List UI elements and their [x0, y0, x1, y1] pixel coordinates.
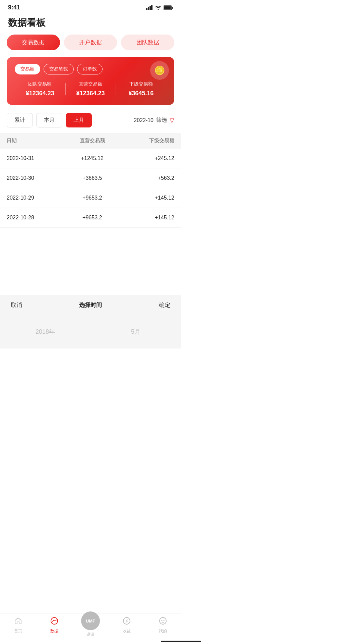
metric-sub-label: 下级交易额: [116, 81, 166, 87]
page-title: 数据看板: [0, 14, 181, 35]
row-1-direct: +3663.5: [63, 168, 122, 188]
card-sub-tab-amount[interactable]: 交易额: [15, 64, 40, 74]
status-bar: 9:41: [0, 0, 181, 14]
time-picker-year[interactable]: 2018年: [0, 315, 90, 348]
metric-direct: 直营交易额 ¥12364.23: [65, 81, 116, 97]
period-selector: 累计 本月 上月 2022-10 筛选 ▽: [0, 113, 181, 133]
status-icons: [146, 5, 173, 10]
svg-rect-2: [149, 6, 151, 10]
metric-sub-value: ¥3645.16: [116, 90, 166, 97]
metric-team-label: 团队交易额: [15, 81, 65, 87]
col-header-date: 日期: [0, 133, 63, 149]
metric-direct-value: ¥12364.23: [65, 90, 116, 97]
table-row: 2022-10-31 +1245.12 +245.12: [0, 149, 181, 168]
svg-rect-1: [148, 7, 149, 10]
row-0-direct: +1245.12: [63, 149, 122, 168]
row-0-sub: +245.12: [122, 149, 181, 168]
row-0-date: 2022-10-31: [0, 149, 63, 168]
filter-label: 筛选: [156, 117, 167, 124]
tab-account[interactable]: 开户数据: [64, 35, 117, 50]
top-tabs: 交易数据 开户数据 团队数据: [0, 35, 181, 57]
svg-rect-6: [164, 6, 171, 9]
svg-rect-0: [146, 8, 147, 10]
metric-team-value: ¥12364.23: [15, 90, 65, 97]
period-cumulative[interactable]: 累计: [7, 113, 33, 127]
col-header-direct: 直营交易额: [63, 133, 122, 149]
row-1-date: 2022-10-30: [0, 168, 63, 188]
metric-direct-label: 直营交易额: [65, 81, 116, 87]
table-body: 2022-10-31 +1245.12 +245.12 2022-10-30 +…: [0, 149, 181, 228]
col-header-sub: 下级交易额: [122, 133, 181, 149]
time-picker-body: 2018年 5月: [0, 315, 181, 348]
time-picker-title: 选择时间: [79, 301, 102, 309]
summary-card: 🪙 交易额 交易笔数 订单数 团队交易额 ¥12364.23 直营交易额 ¥12…: [7, 57, 174, 105]
row-3-sub: +145.12: [122, 208, 181, 228]
card-sub-tab-count[interactable]: 交易笔数: [44, 64, 74, 74]
svg-rect-5: [172, 7, 173, 9]
row-3-direct: +9653.2: [63, 208, 122, 228]
filter-icon: ▽: [170, 117, 174, 124]
period-date-label: 2022-10: [134, 117, 154, 123]
status-time: 9:41: [8, 4, 20, 11]
table-header: 日期 直营交易额 下级交易额: [0, 133, 181, 149]
period-filter[interactable]: 2022-10 筛选 ▽: [134, 117, 174, 124]
row-3-date: 2022-10-28: [0, 208, 63, 228]
signal-icon: [146, 5, 153, 10]
wifi-icon: [155, 5, 162, 10]
card-metrics: 团队交易额 ¥12364.23 直营交易额 ¥12364.23 下级交易额 ¥3…: [15, 81, 166, 97]
data-table: 日期 直营交易额 下级交易额 2022-10-31 +1245.12 +245.…: [0, 133, 181, 228]
row-1-sub: +563.2: [122, 168, 181, 188]
card-sub-tabs: 交易额 交易笔数 订单数: [15, 64, 166, 74]
card-sub-tab-orders[interactable]: 订单数: [77, 64, 103, 74]
battery-icon: [164, 5, 173, 10]
row-2-date: 2022-10-29: [0, 188, 63, 208]
table-row: 2022-10-28 +9653.2 +145.12: [0, 208, 181, 228]
time-picker-cancel[interactable]: 取消: [11, 301, 22, 309]
svg-rect-3: [151, 5, 153, 10]
card-icon: 🪙: [150, 61, 169, 80]
table-row: 2022-10-30 +3663.5 +563.2: [0, 168, 181, 188]
metric-team: 团队交易额 ¥12364.23: [15, 81, 65, 97]
row-2-direct: +9653.2: [63, 188, 122, 208]
tab-trading[interactable]: 交易数据: [7, 35, 60, 50]
row-2-sub: +145.12: [122, 188, 181, 208]
time-picker-month[interactable]: 5月: [90, 315, 181, 348]
period-last-month[interactable]: 上月: [66, 113, 92, 127]
tab-team[interactable]: 团队数据: [121, 35, 174, 50]
time-picker-confirm[interactable]: 确定: [159, 301, 170, 309]
metric-sub: 下级交易额 ¥3645.16: [116, 81, 166, 97]
time-picker-bar: 取消 选择时间 确定: [0, 295, 181, 315]
table-row: 2022-10-29 +9653.2 +145.12: [0, 188, 181, 208]
period-this-month[interactable]: 本月: [36, 113, 62, 127]
